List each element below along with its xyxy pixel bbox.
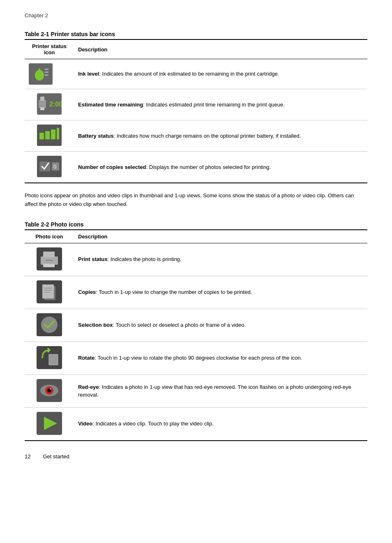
page-footer: 12 Get started [25,453,367,460]
svg-rect-8 [40,97,44,101]
video-desc: Video: Indicates a video clip. Touch to … [74,407,367,441]
page-number: 12 [25,453,30,460]
rotate-icon [29,346,70,370]
table2-col1-header: Photo icon [25,230,74,243]
table2-col2-header: Description [74,230,367,243]
svg-rect-3 [44,69,48,70]
table-row: Rotate: Touch in 1-up view to rotate the… [25,342,367,374]
svg-rect-34 [49,354,58,365]
copies-selected-desc: Number of copies selected: Displays the … [74,152,367,183]
battery-status-icon [29,125,70,147]
svg-rect-9 [40,107,44,110]
svg-rect-27 [42,284,54,298]
table-row: 2:00 Estimated time remaining: Indicates… [25,89,367,120]
ink-level-icon [29,63,53,85]
svg-rect-13 [45,131,50,139]
svg-rect-5 [44,74,48,76]
selection-box-icon [29,313,70,337]
red-eye-icon [29,379,70,403]
svg-rect-28 [44,288,52,289]
chapter-label: Chapter 2 [25,12,367,18]
print-status-icon-cell [25,243,74,276]
copies-icon-cell [25,276,74,309]
svg-rect-4 [44,72,48,73]
svg-text:2:00: 2:00 [49,101,62,108]
body-text: Photo icons appear on photos and video c… [25,192,367,209]
rotate-desc: Rotate: Touch in 1-up view to rotate the… [74,342,367,374]
svg-rect-14 [51,129,55,139]
selection-box-desc: Selection box: Touch to select or desele… [74,309,367,342]
estimated-time-desc: Estimated time remaining: Indicates esti… [74,89,367,120]
svg-rect-30 [44,292,50,293]
rotate-icon-cell [25,342,74,374]
table-row: Copies: Touch in 1-up view to change the… [25,276,367,309]
svg-rect-22 [43,252,55,257]
battery-status-desc: Battery status: Indicates how much charg… [74,120,367,152]
svg-rect-7 [39,100,46,108]
video-icon [29,412,70,436]
print-status-icon [29,247,70,272]
table-row: Ink level: Indicates the amount of ink e… [25,59,367,89]
ink-level-icon-cell [25,59,74,89]
table1-title: Table 2-1 Printer status bar icons [25,31,367,37]
copies-selected-icon: 0 [29,156,70,178]
table-row: Battery status: Indicates how much charg… [25,120,367,152]
print-status-desc: Print status: Indicates the photo is pri… [74,243,367,276]
red-eye-icon-cell [25,374,74,407]
svg-point-32 [41,317,58,333]
table1-col2-header: Description [74,39,367,59]
svg-rect-12 [39,133,44,139]
svg-rect-29 [44,290,52,291]
svg-text:0: 0 [53,164,56,170]
estimated-time-icon-cell: 2:00 [25,89,74,120]
red-eye-desc: Red-eye: Indicates a photo in 1-up view … [74,374,367,407]
table-row: Video: Indicates a video clip. Touch to … [25,407,367,441]
copies-desc: Copies: Touch in 1-up view to change the… [74,276,367,309]
table-row: 0 Number of copies selected: Displays th… [25,152,367,183]
svg-point-40 [50,388,51,390]
printer-status-table: Printer status icon Description [25,39,367,183]
table-row: Print status: Indicates the photo is pri… [25,243,367,276]
table2-title: Table 2-2 Photo icons [25,221,367,228]
photo-icons-table: Photo icon Description [25,229,367,441]
selection-box-icon-cell [25,309,74,342]
section-label: Get started [43,453,69,460]
copies-icon [29,280,70,305]
battery-status-icon-cell [25,120,74,152]
video-icon-cell [25,407,74,441]
estimated-time-icon: 2:00 [29,93,70,116]
svg-rect-24 [46,260,53,261]
ink-level-desc: Ink level: Indicates the amount of ink e… [74,59,367,89]
copies-selected-icon-cell: 0 [25,152,74,183]
table1-col1-header: Printer status icon [25,39,74,59]
svg-rect-15 [57,128,59,139]
svg-rect-23 [43,264,55,267]
table-row: Red-eye: Indicates a photo in 1-up view … [25,374,367,407]
table-row: Selection box: Touch to select or desele… [25,309,367,342]
